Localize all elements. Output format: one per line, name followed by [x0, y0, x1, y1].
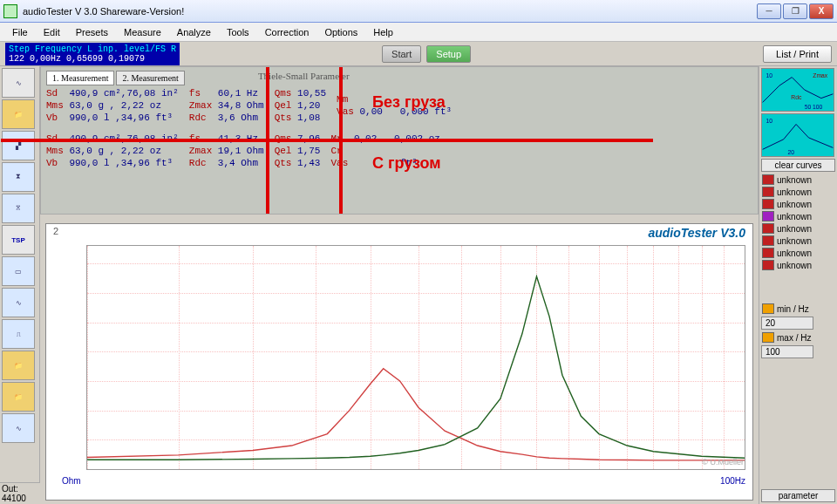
color-swatch-icon — [762, 260, 774, 270]
svg-text:20: 20 — [787, 149, 794, 155]
menu-file[interactable]: File — [5, 24, 35, 40]
ts-title: Thiele-Small Parameter — [258, 71, 350, 85]
curve-label: unknown — [777, 200, 812, 209]
color-swatch-icon — [762, 174, 774, 185]
svg-text:10: 10 — [766, 118, 773, 124]
impedance-curve — [87, 276, 745, 460]
left-toolbar: ∿ 📁 ▞ ⧗ ⧖ TSP ▭ ∿ ⎍ 📁 📁 ∿ Out: 44100 — [0, 66, 40, 504]
list-print-button[interactable]: List / Print — [763, 45, 832, 63]
parameter-button[interactable]: parameter — [761, 489, 835, 502]
color-swatch-icon — [762, 235, 774, 246]
curve-item[interactable]: unknown — [761, 247, 835, 259]
tool-wave2[interactable]: ∿ — [2, 288, 35, 317]
curve-label: unknown — [777, 175, 812, 185]
menu-edit[interactable]: Edit — [37, 24, 67, 40]
min-swatch-icon — [762, 303, 774, 314]
tool-scope3[interactable]: ▭ — [2, 256, 35, 286]
minimize-button[interactable]: ─ — [757, 3, 781, 19]
chart-title: audioTester V3.0 — [648, 226, 745, 240]
color-swatch-icon — [762, 199, 774, 209]
curve-label: unknown — [777, 224, 812, 234]
min-hz-label: min / Hz — [777, 304, 809, 314]
tool-folder2[interactable]: 📁 — [2, 351, 35, 380]
impedance-chart: 2 audioTester V3.0 271217222732372030501… — [45, 223, 753, 501]
svg-text:Rdc: Rdc — [791, 94, 802, 100]
step-readout: Step Frequency L inp. level/FS R 122 0,0… — [5, 43, 180, 65]
app-icon — [3, 4, 17, 18]
tab-measurement-1[interactable]: 1. Measurement — [46, 71, 114, 85]
svg-text:10: 10 — [766, 72, 773, 78]
mini-chart-2[interactable]: 1020 — [761, 113, 834, 157]
chart-corner-label: 2 — [53, 226, 58, 236]
tool-scope[interactable]: ⧗ — [2, 162, 35, 192]
curve-item[interactable]: unknown — [761, 259, 835, 271]
annotation-no-load: Без груза — [372, 93, 446, 112]
maximize-button[interactable]: ❐ — [783, 3, 807, 19]
content-area: 1. Measurement 2. Measurement Thiele-Sma… — [40, 66, 759, 504]
tool-folder3[interactable]: 📁 — [2, 382, 35, 412]
menu-help[interactable]: Help — [366, 24, 400, 40]
color-swatch-icon — [762, 248, 774, 258]
curve-label: unknown — [777, 212, 812, 221]
curve-label: unknown — [777, 187, 812, 197]
start-button[interactable]: Start — [382, 45, 421, 63]
x-axis-unit: 100Hz — [720, 476, 745, 486]
tool-spectrum[interactable]: ▞ — [2, 131, 35, 160]
curve-label: unknown — [777, 261, 812, 270]
curve-item[interactable]: unknown — [761, 174, 835, 186]
setup-button[interactable]: Setup — [426, 45, 471, 63]
mini-chart-1[interactable]: 1050 100ZmaxRdc — [761, 68, 834, 112]
top-toolbar: Step Frequency L inp. level/FS R 122 0,0… — [0, 42, 837, 66]
color-swatch-icon — [762, 223, 774, 234]
chart-copyright: © U.Mueller — [702, 458, 744, 467]
curve-item[interactable]: unknown — [761, 198, 835, 210]
tool-tsp[interactable]: TSP — [2, 225, 35, 255]
status-out: Out: 44100 — [0, 482, 40, 504]
menu-correction[interactable]: Correction — [258, 24, 316, 40]
tool-sine[interactable]: ∿ — [2, 413, 35, 443]
curve-item[interactable]: unknown — [761, 186, 835, 198]
y-axis-unit: Ohm — [62, 476, 81, 486]
max-swatch-icon — [762, 332, 774, 343]
tool-scope2[interactable]: ⧖ — [2, 194, 35, 223]
min-hz-input[interactable] — [761, 317, 813, 330]
menu-measure[interactable]: Measure — [117, 24, 168, 40]
curve-item[interactable]: unknown — [761, 210, 835, 222]
curve-item[interactable]: unknown — [761, 235, 835, 247]
annotation-hline — [1, 139, 653, 142]
svg-text:Zmax: Zmax — [813, 72, 827, 78]
tool-folder1[interactable]: 📁 — [2, 99, 35, 129]
ts-parameters-panel: 1. Measurement 2. Measurement Thiele-Sma… — [40, 66, 759, 215]
menu-tools[interactable]: Tools — [220, 24, 256, 40]
tab-measurement-2[interactable]: 2. Measurement — [116, 71, 184, 85]
menu-options[interactable]: Options — [317, 24, 364, 40]
color-swatch-icon — [762, 211, 774, 221]
tool-wave[interactable]: ∿ — [2, 68, 35, 98]
right-panel: 1050 100ZmaxRdc 1020 clear curves unknow… — [759, 66, 837, 504]
window-title: audioTester V 3.0 Shareware-Version! — [23, 6, 757, 17]
svg-text:50  100: 50 100 — [805, 104, 823, 110]
max-hz-label: max / Hz — [777, 333, 811, 343]
impedance-curve — [87, 369, 745, 460]
menubar: File Edit Presets Measure Analyze Tools … — [0, 23, 837, 42]
annotation-with-load: С грузом — [372, 154, 441, 173]
menu-analyze[interactable]: Analyze — [170, 24, 218, 40]
curve-item[interactable]: unknown — [761, 222, 835, 235]
clear-curves-button[interactable]: clear curves — [761, 159, 835, 172]
curve-list: unknownunknownunknownunknownunknownunkno… — [761, 174, 835, 301]
curve-label: unknown — [777, 236, 812, 246]
svg-rect-5 — [763, 114, 834, 156]
chart-plot-area[interactable]: 27121722273237203050100 — [86, 245, 745, 470]
color-swatch-icon — [762, 187, 774, 197]
titlebar: audioTester V 3.0 Shareware-Version! ─ ❐… — [0, 0, 837, 23]
menu-presets[interactable]: Presets — [69, 24, 115, 40]
max-hz-input[interactable] — [761, 345, 813, 358]
tool-pulse[interactable]: ⎍ — [2, 319, 35, 349]
close-button[interactable]: X — [809, 3, 834, 19]
curve-label: unknown — [777, 249, 812, 258]
